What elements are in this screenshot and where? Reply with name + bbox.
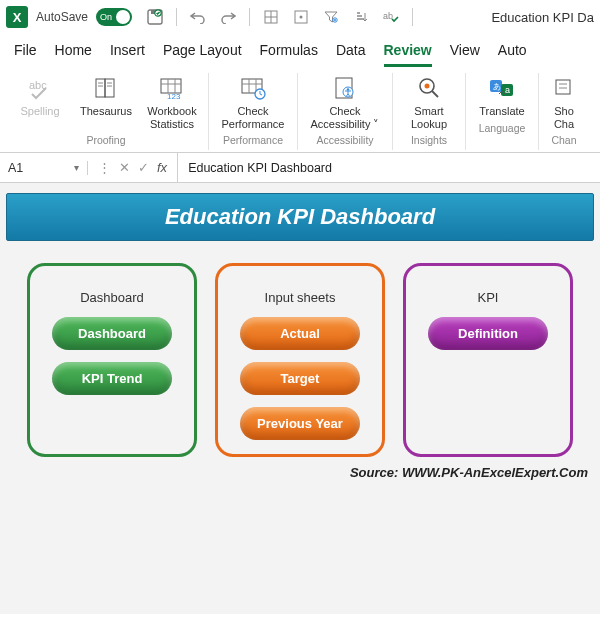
cancel-icon[interactable]: ✕: [119, 160, 130, 175]
fx-icon[interactable]: fx: [157, 160, 167, 175]
ribbon-group-language: あa Translate Language: [466, 73, 539, 150]
ribbon-tabs: File Home Insert Page Layout Formulas Da…: [0, 34, 600, 67]
source-label: Source: WWW.PK-AnExcelExpert.Com: [6, 465, 594, 480]
show-changes-button[interactable]: Sho Cha: [547, 73, 581, 130]
panel-legend: KPI: [478, 290, 499, 305]
svg-text:123: 123: [167, 92, 181, 100]
group-label: Performance: [223, 134, 283, 146]
svg-rect-17: [161, 79, 181, 93]
translate-icon: あa: [487, 73, 517, 103]
separator: [412, 8, 413, 26]
separator: [249, 8, 250, 26]
label: Check Accessibility ˅: [306, 105, 384, 130]
svg-point-7: [300, 16, 303, 19]
autosave-label: AutoSave: [36, 10, 88, 24]
sort-icon[interactable]: [352, 8, 370, 26]
enter-icon[interactable]: ✓: [138, 160, 149, 175]
tab-data[interactable]: Data: [336, 42, 366, 67]
save-icon[interactable]: [146, 8, 164, 26]
tab-home[interactable]: Home: [55, 42, 92, 67]
label: Smart Lookup: [401, 105, 457, 130]
panel-input-sheets: Input sheets Actual Target Previous Year: [215, 263, 385, 457]
autosave-state: On: [100, 12, 112, 22]
definition-button[interactable]: Definition: [428, 317, 548, 350]
accessibility-icon: [330, 73, 360, 103]
toggle-knob-icon: [116, 10, 130, 24]
filter-icon[interactable]: [322, 8, 340, 26]
group-label: Insights: [411, 134, 447, 146]
document-title: Education KPI Da: [491, 10, 594, 25]
spelling-icon: abc: [25, 73, 55, 103]
separator: [176, 8, 177, 26]
thesaurus-button[interactable]: Thesaurus: [78, 73, 134, 130]
group-label: Chan: [551, 134, 576, 146]
group-label: Accessibility: [316, 134, 373, 146]
panel-legend: Input sheets: [265, 290, 336, 305]
tab-page-layout[interactable]: Page Layout: [163, 42, 242, 67]
undo-icon[interactable]: [189, 8, 207, 26]
tab-insert[interactable]: Insert: [110, 42, 145, 67]
svg-point-29: [347, 88, 350, 91]
label: Translate: [479, 105, 524, 118]
label: Workbook Statistics: [144, 105, 200, 130]
label: Spelling: [20, 105, 59, 118]
panel-dashboard: Dashboard Dashboard KPI Trend: [27, 263, 197, 457]
stats-icon: 123: [157, 73, 187, 103]
tab-view[interactable]: View: [450, 42, 480, 67]
group-label: Language: [479, 122, 526, 134]
formula-bar: A1 ▾ ⋮ ✕ ✓ fx Education KPI Dashboard: [0, 153, 600, 183]
name-box-value: A1: [8, 161, 23, 175]
panel-legend: Dashboard: [80, 290, 144, 305]
tab-file[interactable]: File: [14, 42, 37, 67]
name-box[interactable]: A1 ▾: [0, 161, 88, 175]
svg-rect-37: [556, 80, 570, 94]
actual-button[interactable]: Actual: [240, 317, 360, 350]
workbook-statistics-button[interactable]: 123 Workbook Statistics: [144, 73, 200, 130]
check-performance-button[interactable]: Check Performance: [217, 73, 289, 130]
thesaurus-icon: [91, 73, 121, 103]
ribbon-group-insights: Smart Lookup Insights: [393, 73, 466, 150]
ribbon-group-performance: Check Performance Performance: [209, 73, 298, 150]
target-button[interactable]: Target: [240, 362, 360, 395]
panels-row: Dashboard Dashboard KPI Trend Input shee…: [6, 263, 594, 457]
svg-rect-12: [105, 79, 114, 97]
dashboard-button[interactable]: Dashboard: [52, 317, 172, 350]
tab-review[interactable]: Review: [384, 42, 432, 67]
formula-input[interactable]: Education KPI Dashboard: [178, 161, 600, 175]
dots-icon[interactable]: ⋮: [98, 160, 111, 175]
performance-icon: [238, 73, 268, 103]
borders-icon[interactable]: [262, 8, 280, 26]
label: Thesaurus: [80, 105, 132, 118]
spelling-button[interactable]: abc Spelling: [12, 73, 68, 130]
changes-icon: [549, 73, 579, 103]
previous-year-button[interactable]: Previous Year: [240, 407, 360, 440]
svg-text:あ: あ: [493, 82, 501, 91]
tab-formulas[interactable]: Formulas: [260, 42, 318, 67]
svg-line-31: [432, 91, 438, 97]
translate-button[interactable]: あa Translate: [474, 73, 530, 118]
touch-mode-icon[interactable]: [292, 8, 310, 26]
redo-icon[interactable]: [219, 8, 237, 26]
dashboard-title: Education KPI Dashboard: [6, 193, 594, 241]
label: Check Performance: [217, 105, 289, 130]
svg-text:a: a: [505, 85, 510, 95]
tab-automate[interactable]: Auto: [498, 42, 527, 67]
quick-access-toolbar: ab: [146, 8, 413, 26]
check-accessibility-button[interactable]: Check Accessibility ˅: [306, 73, 384, 130]
worksheet-area[interactable]: Education KPI Dashboard Dashboard Dashbo…: [0, 183, 600, 614]
formula-bar-tools: ⋮ ✕ ✓ fx: [88, 153, 178, 182]
ribbon: abc Spelling Thesaurus 123 Workbook Stat…: [0, 67, 600, 153]
group-label: Proofing: [86, 134, 125, 146]
lookup-icon: [414, 73, 444, 103]
autosave-toggle[interactable]: On: [96, 8, 132, 26]
label: Sho Cha: [547, 105, 581, 130]
excel-logo-icon: X: [6, 6, 28, 28]
chevron-down-icon[interactable]: ▾: [74, 162, 79, 173]
spell-check-icon[interactable]: ab: [382, 8, 400, 26]
ribbon-group-proofing: abc Spelling Thesaurus 123 Workbook Stat…: [4, 73, 209, 150]
panel-kpi: KPI Definition: [403, 263, 573, 457]
svg-point-32: [425, 84, 430, 89]
kpi-trend-button[interactable]: KPI Trend: [52, 362, 172, 395]
smart-lookup-button[interactable]: Smart Lookup: [401, 73, 457, 130]
ribbon-group-changes: Sho Cha Chan: [539, 73, 589, 150]
